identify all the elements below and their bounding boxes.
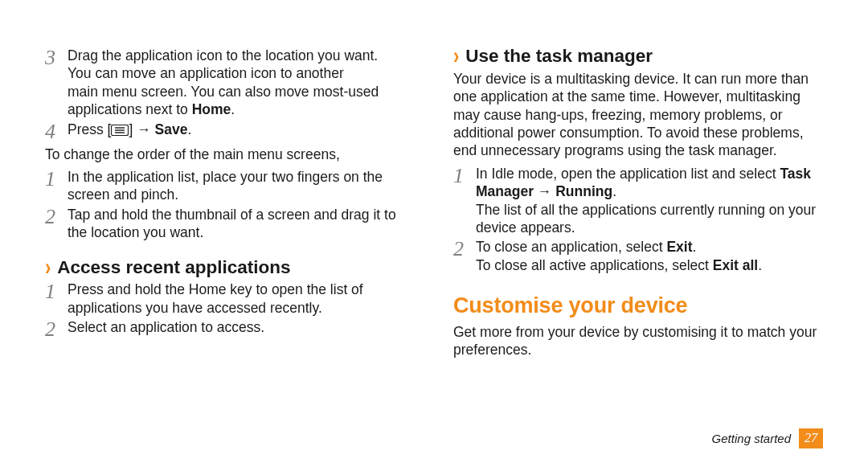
text: Press [ <box>68 121 111 137</box>
text: . <box>758 257 762 273</box>
text: To close an application, select <box>476 239 666 255</box>
step-body: Press and hold the Home key to open the … <box>68 281 415 317</box>
bold: Home <box>192 101 231 117</box>
step-number: 1 <box>45 281 68 302</box>
step-body: In Idle mode, open the application list … <box>476 165 823 237</box>
subheading-access-recent: › Access recent applications <box>45 256 415 280</box>
text: . <box>612 183 616 199</box>
text: . <box>187 121 191 137</box>
step-number: 1 <box>453 166 476 186</box>
step-body: In the application list, place your two … <box>68 168 415 204</box>
menu-key-icon <box>111 124 129 137</box>
step-body: Select an application to access. <box>68 318 415 336</box>
bold: Exit all <box>713 257 758 273</box>
subheading-task-manager: › Use the task manager <box>453 45 823 68</box>
text: . <box>231 101 235 117</box>
tm-step-2: 2 To close an application, select Exit. … <box>453 238 823 274</box>
step-number: 2 <box>453 239 476 260</box>
text: applications next to <box>68 101 192 117</box>
page-footer: Getting started 27 <box>712 428 823 448</box>
text: You can move an application icon to anot… <box>68 65 344 81</box>
step-body: Press [] → Save. <box>68 121 415 138</box>
paragraph: Your device is a multitasking device. It… <box>453 70 823 160</box>
recent-step-1: 1 Press and hold the Home key to open th… <box>45 281 415 317</box>
bold: Exit <box>666 239 692 255</box>
text: The list of all the applications current… <box>476 202 816 236</box>
text: ] → <box>129 121 154 137</box>
step-number: 2 <box>45 207 68 227</box>
step-3: 3 Drag the application icon to the locat… <box>45 47 415 119</box>
bold: Running <box>555 183 612 199</box>
subheading-text: Use the task manager <box>465 45 653 68</box>
chevron-icon: › <box>453 42 459 72</box>
step-4: 4 Press [] → Save. <box>45 121 415 142</box>
text: To close all active applications, select <box>476 257 713 273</box>
text: → <box>534 183 555 199</box>
step-body: Drag the application icon to the locatio… <box>68 47 415 119</box>
step-number: 3 <box>45 47 68 68</box>
section-heading-customise: Customise your device <box>453 292 823 320</box>
left-column: 3 Drag the application icon to the locat… <box>45 45 415 463</box>
paragraph: Get more from your device by customising… <box>453 323 823 359</box>
bold: Save <box>155 121 188 137</box>
paragraph: To change the order of the main menu scr… <box>45 145 415 163</box>
sub-step-1: 1 In the application list, place your tw… <box>45 168 415 204</box>
manual-page: 3 Drag the application icon to the locat… <box>0 0 868 471</box>
step-number: 4 <box>45 121 68 142</box>
footer-page-number: 27 <box>799 428 823 448</box>
recent-step-2: 2 Select an application to access. <box>45 318 415 340</box>
step-body: Tap and hold the thumbnail of a screen a… <box>68 206 415 242</box>
sub-step-2: 2 Tap and hold the thumbnail of a screen… <box>45 206 415 242</box>
subheading-text: Access recent applications <box>57 256 290 280</box>
text: Drag the application icon to the locatio… <box>68 47 378 63</box>
chevron-icon: › <box>45 253 51 283</box>
text: . <box>692 239 696 255</box>
footer-section: Getting started <box>712 431 791 446</box>
step-number: 1 <box>45 169 68 190</box>
right-column: › Use the task manager Your device is a … <box>453 45 823 463</box>
step-body: To close an application, select Exit. To… <box>476 238 823 274</box>
tm-step-1: 1 In Idle mode, open the application lis… <box>453 165 823 237</box>
text: main menu screen. You can also move most… <box>68 84 379 100</box>
text: In Idle mode, open the application list … <box>476 166 780 182</box>
step-number: 2 <box>45 319 68 340</box>
